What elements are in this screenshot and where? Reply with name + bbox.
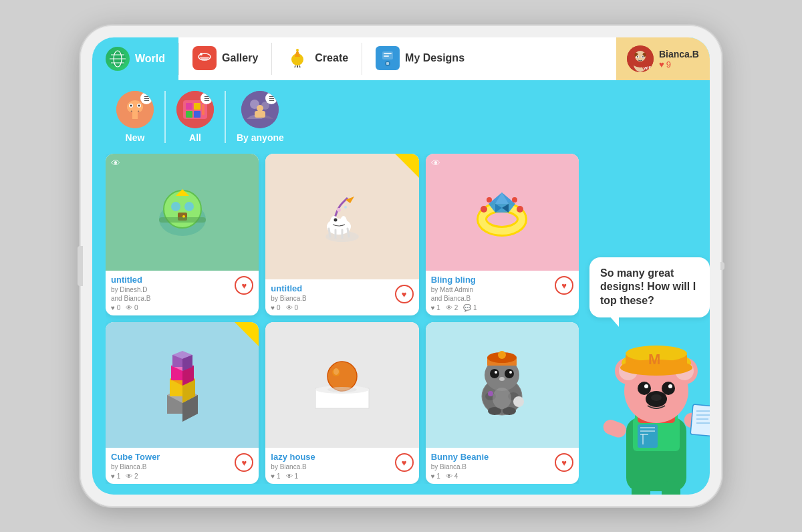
svg-point-26 — [642, 56, 644, 57]
card-comments-3: 💬 1 — [463, 304, 477, 311]
svg-rect-18 — [386, 62, 389, 65]
card-image-4 — [106, 322, 259, 448]
svg-point-102 — [490, 369, 499, 378]
card-author-2: by Bianca.B — [271, 294, 394, 303]
heart-button-4[interactable]: ♥ — [235, 453, 253, 472]
filter-new-avatar: ☰ — [116, 91, 154, 128]
svg-point-150 — [651, 394, 662, 401]
svg-point-105 — [509, 371, 512, 374]
svg-rect-48 — [255, 111, 265, 118]
card-footer-3: Bling bling by Matt Adminand Bianca.B ♥ … — [426, 271, 579, 315]
card-image-5 — [265, 322, 418, 448]
heart-button-6[interactable]: ♥ — [555, 453, 573, 472]
svg-point-113 — [513, 396, 524, 407]
nav-item-gallery[interactable]: Gallery — [179, 37, 271, 80]
filter-all-menu-icon: ☰ — [200, 92, 213, 104]
filter-byanyone[interactable]: ☰ By anyone — [226, 91, 295, 143]
design-card-1[interactable]: 👁 — [106, 154, 259, 315]
heart-button-5[interactable]: ♥ — [395, 453, 414, 472]
card-title-6: Bunny Beanie — [431, 452, 555, 462]
filter-row: ☰ New — [106, 91, 579, 143]
card-info-3: Bling bling by Matt Adminand Bianca.B ♥ … — [431, 275, 555, 311]
card-title-5: lazy house — [271, 452, 394, 462]
tablet-button-right — [720, 262, 724, 270]
card-info-2: untitled by Bianca.B ♥ 0 👁 0 — [271, 283, 394, 311]
create-nav-icon — [285, 46, 309, 70]
heart-button-1[interactable]: ♥ — [235, 276, 253, 295]
card-stats-3: ♥ 1 👁 2 💬 1 — [431, 304, 555, 311]
svg-rect-131 — [632, 481, 650, 495]
world-nav-icon — [106, 47, 130, 71]
card-stats-6: ♥ 1 👁 4 — [431, 473, 555, 480]
tablet-button-left[interactable] — [78, 246, 83, 286]
svg-rect-41 — [186, 111, 192, 118]
card-views-5: 👁 1 — [286, 473, 298, 480]
svg-point-64 — [337, 208, 341, 212]
card-hearts-6: ♥ 1 — [431, 473, 440, 480]
card-image-3: 👁 — [426, 154, 579, 271]
design-grid: 👁 — [106, 154, 579, 484]
card-hearts-2: ♥ 0 — [271, 304, 280, 311]
card-author-5: by Bianca.B — [271, 462, 394, 471]
svg-point-101 — [498, 351, 506, 359]
mydesigns-nav-icon — [376, 46, 400, 70]
card-views-2: 👁 0 — [286, 304, 298, 311]
card-stats-5: ♥ 1 👁 1 — [271, 473, 394, 480]
card-views-4: 👁 2 — [126, 473, 138, 480]
speech-text: So many great designs! How will I top th… — [600, 267, 696, 307]
card-hearts-4: ♥ 1 — [111, 473, 120, 480]
main-content: ☰ New — [92, 80, 710, 495]
card-author-4: by Bianca.B — [111, 462, 235, 471]
filter-new[interactable]: ☰ New — [106, 91, 166, 143]
heart-button-2[interactable]: ♥ — [395, 285, 414, 303]
mascot: M — [589, 324, 710, 495]
svg-point-103 — [505, 369, 514, 378]
card-image-6 — [426, 322, 579, 448]
svg-rect-124 — [601, 418, 628, 440]
left-panel: ☰ New — [92, 80, 589, 495]
svg-line-12 — [299, 65, 300, 68]
eye-icon-1: 👁 — [111, 158, 120, 168]
svg-point-74 — [487, 197, 492, 203]
svg-point-63 — [333, 219, 337, 222]
card-image-1: 👁 — [106, 154, 259, 271]
svg-point-7 — [200, 53, 203, 55]
card-info-6: Bunny Beanie by Bianca.B ♥ 1 👁 4 — [431, 452, 555, 480]
heart-button-3[interactable]: ♥ — [555, 276, 573, 295]
card-hearts-1: ♥ 0 — [111, 304, 120, 311]
svg-rect-126 — [690, 404, 710, 436]
design-card-4[interactable]: Cube Tower by Bianca.B ♥ 1 👁 2 ♥ — [106, 322, 259, 484]
card-info-5: lazy house by Bianca.B ♥ 1 👁 1 — [271, 452, 394, 480]
speech-bubble: So many great designs! How will I top th… — [589, 257, 710, 317]
nav-bar: World Gallery — [92, 37, 710, 80]
svg-rect-58 — [159, 217, 206, 223]
tablet-screen: World Gallery — [92, 37, 710, 495]
svg-point-65 — [344, 206, 347, 209]
nav-profile[interactable]: wifi Bianca.B ♥ 9 — [616, 37, 710, 80]
card-stats-2: ♥ 0 👁 0 — [271, 304, 394, 311]
card-footer-5: lazy house by Bianca.B ♥ 1 👁 1 ♥ — [265, 448, 418, 484]
create-nav-label: Create — [315, 52, 348, 64]
card-hearts-3: ♥ 1 — [431, 304, 440, 311]
svg-rect-36 — [132, 111, 138, 119]
design-card-6[interactable]: Bunny Beanie by Bianca.B ♥ 1 👁 4 ♥ — [426, 322, 579, 484]
design-card-2[interactable]: untitled by Bianca.B ♥ 0 👁 0 ♥ — [265, 154, 418, 315]
card-author-6: by Bianca.B — [431, 462, 555, 471]
card-views-6: 👁 4 — [446, 473, 458, 480]
filter-byanyone-avatar: ☰ — [241, 91, 279, 128]
svg-point-112 — [493, 388, 511, 409]
filter-all[interactable]: ☰ All — [166, 91, 226, 143]
right-panel: So many great designs! How will I top th… — [589, 80, 710, 495]
card-author-1: by Dinesh.Dand Bianca.B — [111, 285, 235, 303]
nav-item-mydesigns[interactable]: My Designs — [362, 37, 478, 80]
svg-rect-44 — [202, 104, 205, 115]
svg-point-145 — [638, 382, 651, 395]
filter-all-avatar: ☰ — [176, 91, 214, 128]
nav-spacer — [478, 37, 616, 80]
nav-item-world[interactable]: World — [92, 37, 178, 80]
nav-item-create[interactable]: Create — [272, 37, 362, 80]
filter-new-menu-icon: ☰ — [140, 92, 152, 104]
design-card-3[interactable]: 👁 — [426, 154, 579, 315]
profile-hearts: ♥ 9 — [659, 59, 699, 70]
design-card-5[interactable]: lazy house by Bianca.B ♥ 1 👁 1 ♥ — [265, 322, 418, 484]
